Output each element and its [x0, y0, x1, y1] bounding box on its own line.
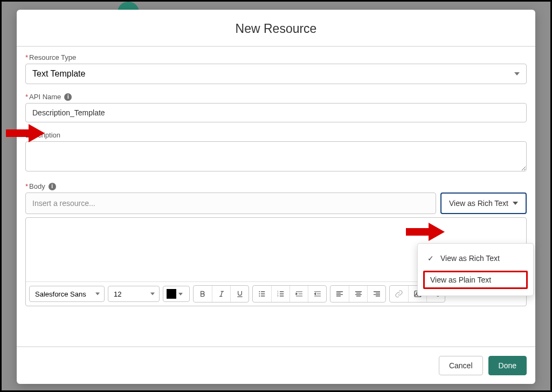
resource-type-field: *Resource Type Text Template — [25, 53, 527, 84]
body-label: *Body i — [25, 182, 527, 190]
modal-title: New Resource — [17, 22, 535, 36]
api-name-field: *API Name i — [25, 93, 527, 122]
view-rich-text-option[interactable]: ✓ View as Rich Text — [418, 248, 533, 269]
new-resource-modal: New Resource *Resource Type Text Templat… — [17, 10, 535, 384]
numbered-list-button[interactable]: 123 — [271, 286, 289, 302]
link-button[interactable] — [390, 286, 408, 302]
svg-point-1 — [259, 293, 260, 294]
font-family-select[interactable]: Salesforce Sans — [29, 286, 105, 302]
align-group — [330, 285, 386, 302]
screenshot-frame: New Resource *Resource Type Text Templat… — [0, 0, 552, 392]
info-icon[interactable]: i — [64, 93, 72, 101]
font-color-select[interactable] — [163, 286, 190, 302]
text-style-group — [193, 285, 249, 302]
description-input[interactable] — [25, 141, 527, 171]
underline-button[interactable] — [230, 286, 249, 302]
chevron-down-icon — [150, 293, 155, 295]
chevron-down-icon — [178, 293, 183, 295]
insert-resource-input[interactable] — [25, 192, 436, 214]
done-button[interactable]: Done — [488, 356, 527, 375]
description-label: Description — [25, 131, 527, 139]
svg-text:3: 3 — [277, 294, 279, 297]
bold-button[interactable] — [194, 286, 212, 302]
italic-button[interactable] — [212, 286, 230, 302]
view-plain-text-option[interactable]: View as Plain Text — [423, 271, 528, 289]
chevron-down-icon — [514, 72, 520, 75]
api-name-input[interactable] — [25, 103, 527, 122]
align-left-button[interactable] — [330, 286, 349, 302]
font-size-select[interactable]: 12 — [108, 286, 160, 302]
indent-button[interactable] — [289, 286, 308, 302]
cancel-button[interactable]: Cancel — [439, 356, 483, 375]
api-name-label: *API Name i — [25, 93, 527, 101]
info-icon[interactable]: i — [49, 183, 56, 190]
modal-header: New Resource — [17, 10, 535, 47]
description-field: Description — [25, 131, 527, 174]
color-swatch — [167, 289, 176, 299]
resource-type-label: *Resource Type — [25, 53, 527, 61]
check-icon: ✓ — [426, 254, 435, 263]
align-right-button[interactable] — [367, 286, 385, 302]
modal-footer: Cancel Done — [17, 346, 535, 384]
resource-type-select[interactable]: Text Template — [25, 64, 527, 84]
bullet-list-button[interactable] — [253, 286, 271, 302]
svg-point-0 — [259, 291, 260, 292]
view-mode-button[interactable]: View as Rich Text — [440, 192, 527, 214]
outdent-button[interactable] — [308, 286, 326, 302]
body-toolbar: View as Rich Text — [25, 192, 527, 214]
align-center-button[interactable] — [349, 286, 367, 302]
list-group: 123 — [252, 285, 327, 302]
view-mode-menu: ✓ View as Rich Text View as Plain Text — [417, 243, 534, 296]
svg-point-2 — [259, 295, 260, 297]
modal-body: *Resource Type Text Template *API Name i… — [17, 47, 535, 346]
chevron-down-icon — [513, 202, 518, 205]
chevron-down-icon — [95, 293, 100, 295]
